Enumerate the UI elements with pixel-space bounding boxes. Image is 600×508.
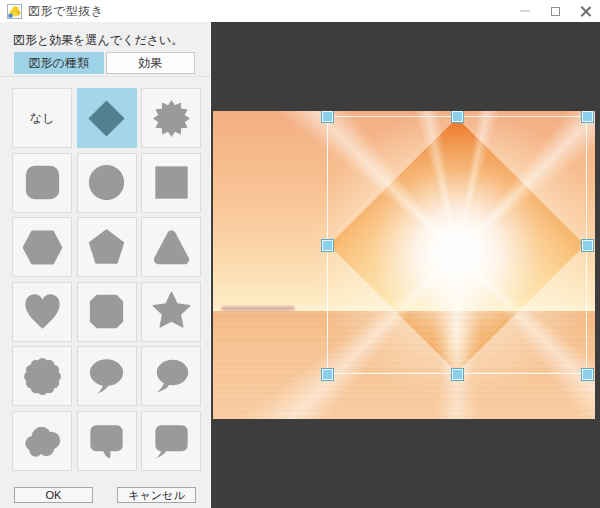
handle-top-center[interactable] (452, 111, 463, 122)
preview-canvas (211, 22, 600, 508)
preview-image[interactable] (213, 111, 595, 419)
tab-effect[interactable]: 効果 (106, 52, 196, 74)
circle-icon (83, 159, 130, 206)
shape-cell-beveled-square[interactable] (77, 282, 137, 342)
shape-cell-none[interactable]: なし (12, 88, 72, 148)
minimize-button[interactable] (510, 0, 540, 22)
rounded-square-icon (19, 159, 66, 206)
close-icon (580, 6, 591, 17)
tab-bar: 図形の種類 効果 (14, 52, 195, 74)
shape-cell-cloud[interactable] (12, 411, 72, 471)
shape-cell-heart[interactable] (12, 282, 72, 342)
tab-shape-type[interactable]: 図形の種類 (14, 52, 104, 74)
shape-cell-starburst[interactable] (141, 88, 201, 148)
star-icon (148, 288, 195, 335)
starburst-icon (148, 95, 195, 142)
window-title: 図形で型抜き (28, 3, 104, 20)
diamond-icon (83, 95, 130, 142)
tab-separator (0, 76, 211, 77)
maximize-icon (551, 7, 560, 16)
close-button[interactable] (570, 0, 600, 22)
rounded-triangle-icon (148, 224, 195, 271)
shape-grid: なし (12, 88, 201, 471)
shape-cell-speech-ellipse-2[interactable] (141, 346, 201, 406)
flower-icon (19, 353, 66, 400)
heart-icon (19, 288, 66, 335)
shape-cell-speech-rect-1[interactable] (77, 411, 137, 471)
app-icon (7, 4, 22, 19)
shape-panel: 図形と効果を選んでください。 図形の種類 効果 なし (0, 22, 211, 508)
handle-bottom-center[interactable] (452, 369, 463, 380)
maximize-button[interactable] (540, 0, 570, 22)
speech-ellipse-icon (148, 353, 195, 400)
speech-ellipse-icon (83, 353, 130, 400)
shape-cell-diamond[interactable] (77, 88, 137, 148)
shape-cell-hexagon[interactable] (12, 217, 72, 277)
shape-cell-star[interactable] (141, 282, 201, 342)
instruction-text: 図形と効果を選んでください。 (13, 32, 183, 49)
speech-rect-icon (83, 417, 130, 464)
cloud-icon (19, 417, 66, 464)
pentagon-icon (83, 224, 130, 271)
hexagon-icon (19, 224, 66, 271)
minimize-icon (520, 10, 530, 12)
handle-bottom-right[interactable] (582, 369, 593, 380)
shape-cell-flower[interactable] (12, 346, 72, 406)
dialog-window: 図形で型抜き 図形と効果を選んでください。 図形の種類 効果 なし (0, 0, 600, 508)
shape-cell-rounded-triangle[interactable] (141, 217, 201, 277)
ok-button[interactable]: OK (14, 487, 93, 503)
shape-cell-square[interactable] (141, 153, 201, 213)
handle-top-right[interactable] (582, 111, 593, 122)
beveled-square-icon (83, 288, 130, 335)
shape-cell-speech-ellipse-1[interactable] (77, 346, 137, 406)
handle-middle-left[interactable] (322, 240, 333, 251)
handle-top-left[interactable] (322, 111, 333, 122)
cancel-button[interactable]: キャンセル (117, 487, 196, 503)
title-bar: 図形で型抜き (0, 0, 600, 22)
shape-cell-circle[interactable] (77, 153, 137, 213)
shape-cell-speech-rect-2[interactable] (141, 411, 201, 471)
speech-rect-icon (148, 417, 195, 464)
selection-box[interactable] (327, 116, 587, 374)
shape-cell-pentagon[interactable] (77, 217, 137, 277)
handle-bottom-left[interactable] (322, 369, 333, 380)
square-icon (148, 159, 195, 206)
handle-middle-right[interactable] (582, 240, 593, 251)
none-label: なし (30, 110, 55, 127)
shape-cell-rounded-square[interactable] (12, 153, 72, 213)
